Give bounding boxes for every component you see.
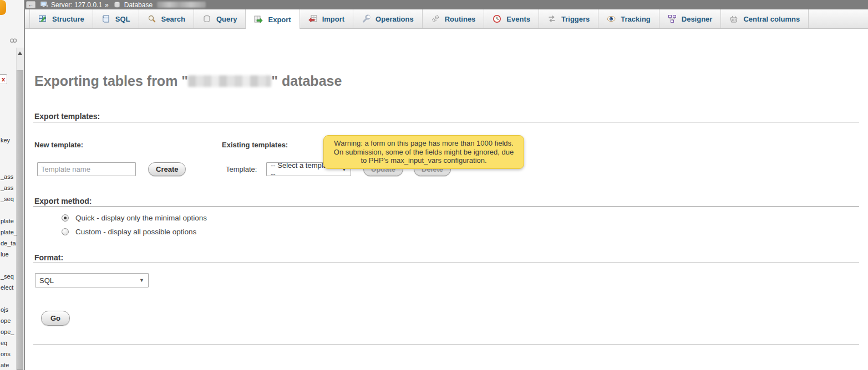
main-panel: ← Server: 127.0.0.1 » Database Structure… bbox=[24, 0, 868, 370]
sidebar-table-item[interactable]: _ass bbox=[1, 173, 13, 180]
tab-triggers[interactable]: Triggers bbox=[539, 9, 598, 28]
designer-icon bbox=[668, 14, 677, 23]
custom-export-radio[interactable] bbox=[62, 228, 69, 235]
tab-search[interactable]: Search bbox=[139, 9, 194, 28]
tab-central_columns[interactable]: Central columns bbox=[721, 9, 809, 28]
template-name-input[interactable] bbox=[37, 162, 136, 176]
form-bottom-divider bbox=[33, 345, 859, 345]
import-icon bbox=[308, 14, 317, 23]
sidebar-scrollbar-thumb[interactable] bbox=[17, 70, 23, 370]
routines-icon bbox=[431, 14, 440, 23]
sidebar-table-item[interactable]: plate bbox=[1, 218, 14, 224]
quick-export-label[interactable]: Quick - display only the minimal options bbox=[75, 214, 207, 222]
scroll-up-arrow-icon[interactable] bbox=[18, 52, 22, 55]
phpmyadmin-logo-fragment bbox=[0, 0, 6, 15]
create-template-button[interactable]: Create bbox=[148, 162, 186, 176]
section-divider bbox=[33, 122, 859, 122]
tab-label: Query bbox=[216, 15, 237, 23]
tab-structure[interactable]: Structure bbox=[29, 9, 93, 28]
sidebar-table-item[interactable]: ate bbox=[1, 362, 9, 368]
existing-templates-label: Existing templates: bbox=[222, 141, 288, 149]
section-divider bbox=[33, 206, 859, 207]
tab-label: Designer bbox=[682, 15, 713, 23]
sidebar-table-item[interactable]: de_ta bbox=[1, 240, 16, 246]
tab-label: Central columns bbox=[743, 15, 800, 23]
sidebar-table-item[interactable]: ons bbox=[1, 351, 11, 357]
triggers-icon bbox=[547, 14, 556, 23]
central_columns-icon bbox=[729, 14, 738, 23]
tab-label: Structure bbox=[52, 15, 84, 23]
tab-operations[interactable]: Operations bbox=[353, 9, 423, 28]
breadcrumb-database[interactable]: Database bbox=[124, 1, 153, 9]
sidebar-table-item[interactable]: ope_ bbox=[1, 328, 14, 335]
tab-label: Export bbox=[268, 16, 291, 24]
tab-label: Import bbox=[322, 15, 344, 23]
export-icon bbox=[254, 15, 263, 24]
tab-query[interactable]: Query bbox=[194, 9, 246, 28]
query-icon bbox=[202, 14, 211, 23]
link-chain-icon bbox=[8, 38, 18, 45]
tab-label: Events bbox=[506, 15, 530, 23]
breadcrumb-separator: » bbox=[105, 1, 109, 9]
search-icon bbox=[148, 14, 156, 23]
sql-icon bbox=[101, 14, 110, 23]
tab-label: Operations bbox=[375, 15, 414, 23]
tab-tracking[interactable]: Tracking bbox=[598, 9, 659, 28]
events-icon bbox=[493, 14, 501, 23]
tab-designer[interactable]: Designer bbox=[659, 9, 722, 28]
database-name-redacted bbox=[188, 75, 271, 87]
tracking-icon bbox=[607, 14, 616, 23]
tab-import[interactable]: Import bbox=[300, 9, 353, 28]
sidebar-table-item[interactable]: eq bbox=[1, 340, 7, 346]
sidebar-table-item[interactable]: ope bbox=[1, 317, 11, 324]
filter-clear-button[interactable]: x bbox=[0, 74, 7, 84]
export-templates-heading: Export templates: bbox=[34, 112, 100, 121]
tab-sql[interactable]: SQL bbox=[93, 9, 139, 28]
tab-label: Tracking bbox=[621, 15, 650, 23]
database-name-redacted bbox=[157, 2, 206, 8]
tab-export[interactable]: Export bbox=[246, 9, 300, 29]
sidebar-table-item[interactable]: _ass bbox=[1, 184, 13, 191]
sidebar-table-item[interactable]: _seq bbox=[1, 273, 14, 280]
new-template-label: New template: bbox=[34, 141, 83, 149]
breadcrumb-server[interactable]: Server: 127.0.0.1 bbox=[51, 1, 102, 9]
breadcrumb-bar: ← Server: 127.0.0.1 » Database bbox=[25, 0, 868, 9]
tab-label: Triggers bbox=[561, 15, 590, 23]
export-method-heading: Export method: bbox=[34, 197, 92, 205]
sidebar-table-item[interactable]: ojs bbox=[1, 306, 8, 313]
format-heading: Format: bbox=[34, 253, 63, 262]
operations-icon bbox=[362, 14, 370, 23]
go-button[interactable]: Go bbox=[41, 311, 70, 326]
section-divider bbox=[33, 263, 859, 263]
tab-events[interactable]: Events bbox=[484, 9, 539, 28]
chevron-down-icon: ▼ bbox=[139, 278, 144, 283]
tab-label: Search bbox=[161, 15, 185, 23]
server-monitor-icon bbox=[40, 1, 48, 9]
sidebar-table-item[interactable]: lue bbox=[1, 251, 9, 258]
page-title: Exporting tables from "" database bbox=[34, 73, 342, 89]
format-select[interactable]: SQL ▼ bbox=[35, 273, 149, 287]
template-label: Template: bbox=[226, 165, 257, 173]
export-page-content: Exporting tables from "" database Export… bbox=[25, 29, 868, 370]
tab-bar: StructureSQLSearchQueryExportImportOpera… bbox=[25, 9, 868, 29]
max-input-vars-warning-tooltip: Warning: a form on this page has more th… bbox=[323, 135, 524, 169]
sidebar-table-item[interactable]: _seq bbox=[1, 196, 14, 202]
back-button[interactable]: ← bbox=[26, 1, 35, 8]
sidebar-table-item[interactable]: elect bbox=[1, 284, 13, 291]
navigation-sidebar: x key_ass_ass_seqplateplate_de_talue_seq… bbox=[0, 0, 24, 370]
tab-label: SQL bbox=[115, 15, 130, 23]
structure-icon bbox=[38, 14, 47, 23]
tab-routines[interactable]: Routines bbox=[423, 9, 485, 28]
tab-label: Routines bbox=[445, 15, 476, 23]
custom-export-label[interactable]: Custom - display all possible options bbox=[75, 228, 196, 236]
sidebar-table-item[interactable]: key bbox=[1, 137, 10, 143]
quick-export-radio[interactable] bbox=[62, 214, 69, 222]
database-icon bbox=[114, 1, 121, 9]
sidebar-table-item[interactable]: plate_ bbox=[1, 229, 17, 235]
